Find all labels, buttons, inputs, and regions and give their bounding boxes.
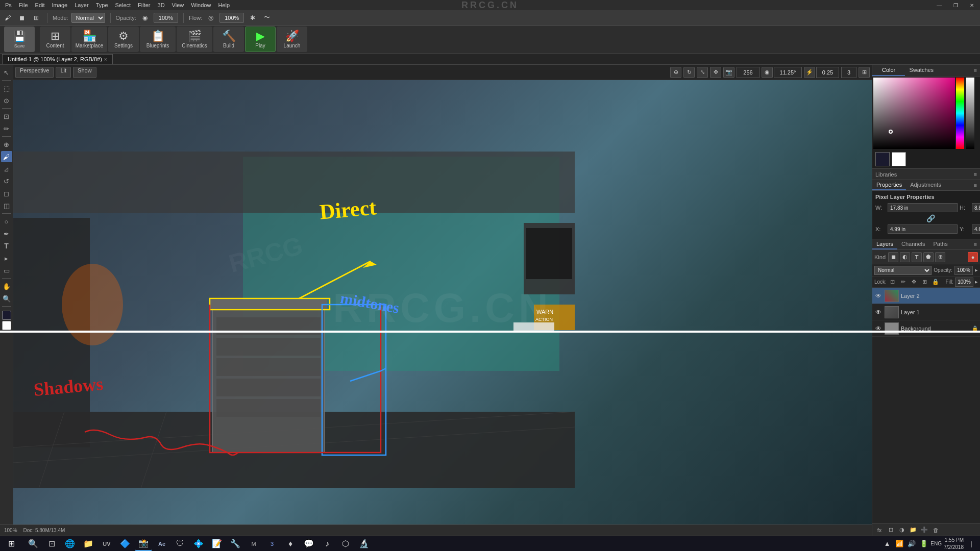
- healing-tool[interactable]: ⊕: [1, 139, 12, 150]
- menu-ps[interactable]: Ps: [2, 0, 15, 10]
- layer-item-2[interactable]: 👁 Layer 2: [872, 288, 980, 304]
- restore-button[interactable]: ❐: [947, 0, 964, 10]
- swatches-tab[interactable]: Swatches: [905, 65, 938, 76]
- text-tool[interactable]: T: [1, 240, 12, 252]
- paths-tab[interactable]: Paths: [929, 239, 952, 249]
- start-button[interactable]: ⊞: [0, 536, 22, 552]
- layer-adjust-icon[interactable]: ◑: [897, 525, 907, 535]
- taskbar-app4[interactable]: 🔧: [227, 537, 244, 551]
- layer-filter-smart[interactable]: ⊕: [935, 252, 945, 262]
- save-button[interactable]: 💾 Save: [4, 27, 35, 52]
- menu-window[interactable]: Window: [188, 0, 214, 10]
- menu-edit[interactable]: Edit: [32, 0, 48, 10]
- lasso-tool[interactable]: ⊙: [1, 95, 12, 106]
- layer-bg-visibility[interactable]: 👁: [874, 324, 883, 333]
- color-tab[interactable]: Color: [872, 65, 905, 76]
- flow-icon[interactable]: ◎: [205, 12, 216, 23]
- eraser-tool[interactable]: ◻: [1, 188, 12, 199]
- layer-new-icon[interactable]: ➕: [919, 525, 929, 535]
- taskbar-task-view[interactable]: ⊡: [43, 537, 60, 551]
- scale-icon[interactable]: ⤡: [697, 67, 708, 78]
- taskbar-clock[interactable]: 1:55 PM 7/2/2018: [944, 537, 964, 551]
- x-input[interactable]: [888, 224, 958, 234]
- clone-tool[interactable]: ⊿: [1, 163, 12, 174]
- mode-select[interactable]: Normal: [71, 13, 105, 23]
- width-input[interactable]: [888, 203, 958, 212]
- layer-effects-icon[interactable]: fx: [874, 525, 885, 535]
- adjustments-tab[interactable]: Adjustments: [906, 180, 945, 190]
- tray-volume[interactable]: 🔊: [907, 539, 916, 548]
- properties-tab[interactable]: Properties: [872, 180, 906, 190]
- lock-position-icon[interactable]: ✥: [910, 278, 919, 286]
- build-button[interactable]: 🔨 Build: [213, 27, 244, 52]
- pen-tool[interactable]: ✒: [1, 228, 12, 239]
- fov-input[interactable]: [737, 67, 760, 78]
- layer-filter-pixel[interactable]: ◼: [888, 252, 898, 262]
- play-button[interactable]: ▶ Play: [245, 27, 276, 52]
- props-menu-icon[interactable]: ≡: [971, 180, 980, 190]
- layer-filter-adjust[interactable]: ◐: [900, 252, 910, 262]
- document-tab[interactable]: Untitled-1 @ 100% (Layer 2, RGB/8#) ×: [2, 54, 113, 64]
- fill-arrow[interactable]: ▸: [975, 279, 978, 285]
- eyedropper-tool[interactable]: ✏: [1, 123, 12, 134]
- taskbar-skype[interactable]: 💬: [300, 537, 317, 551]
- hand-tool[interactable]: ✋: [1, 281, 12, 292]
- fill-input[interactable]: [955, 278, 973, 287]
- opacity-icon[interactable]: ◉: [139, 12, 151, 23]
- brush-tool-icon[interactable]: 🖌: [2, 12, 13, 23]
- speed-input[interactable]: [816, 67, 839, 78]
- blueprints-button[interactable]: 📋 Blueprints: [140, 27, 176, 52]
- menu-help[interactable]: Help: [215, 0, 233, 10]
- layer-filter-shape[interactable]: ⬟: [923, 252, 934, 262]
- taskbar-search[interactable]: 🔍: [24, 537, 42, 551]
- tray-network[interactable]: 📶: [895, 539, 904, 548]
- taskbar-app2[interactable]: 💠: [190, 537, 207, 551]
- layer-filter-type[interactable]: T: [912, 252, 922, 262]
- settings-button[interactable]: ⚙ Settings: [108, 27, 139, 52]
- options-icon[interactable]: ◼: [16, 12, 28, 23]
- layer-delete-icon[interactable]: 🗑: [930, 525, 941, 535]
- tray-battery[interactable]: 🔋: [919, 539, 928, 548]
- angle-icon[interactable]: ◉: [762, 67, 773, 78]
- libraries-menu[interactable]: ≡: [974, 171, 977, 178]
- opacity-arrow[interactable]: ▸: [975, 267, 978, 273]
- lit-button[interactable]: Lit: [56, 67, 71, 78]
- layer-1-visibility[interactable]: 👁: [874, 308, 883, 316]
- layer-item-bg[interactable]: 👁 Background 🔒: [872, 320, 980, 337]
- camera-speed-icon[interactable]: 📷: [723, 67, 734, 78]
- move-tool[interactable]: ↖: [1, 67, 12, 78]
- layers-filter-on[interactable]: ●: [968, 252, 978, 262]
- taskbar-maya[interactable]: M: [245, 537, 262, 551]
- grid-input[interactable]: [841, 67, 856, 78]
- close-button[interactable]: ✕: [964, 0, 980, 10]
- cinematics-button[interactable]: 🎬 Cinematics: [177, 27, 212, 52]
- marketplace-button[interactable]: 🏪 Marketplace: [71, 27, 107, 52]
- speed-icon[interactable]: ⚡: [804, 67, 815, 78]
- canvas-wrapper[interactable]: WARN ACTION Direct midtones Shadows RRCG…: [13, 80, 872, 536]
- background-color[interactable]: [2, 321, 11, 330]
- taskbar-uv[interactable]: UV: [98, 537, 115, 551]
- show-button[interactable]: Show: [73, 67, 96, 78]
- opacity-input[interactable]: [154, 13, 178, 23]
- show-desktop[interactable]: |: [967, 539, 976, 548]
- menu-select[interactable]: Select: [112, 0, 134, 10]
- crop-tool[interactable]: ⊡: [1, 111, 12, 122]
- tab-close-button[interactable]: ×: [104, 57, 107, 62]
- taskbar-app3[interactable]: 📝: [208, 537, 226, 551]
- channels-tab[interactable]: Channels: [897, 239, 929, 249]
- panel-menu-icon[interactable]: ≡: [971, 65, 980, 76]
- angle-input[interactable]: [774, 67, 802, 78]
- taskbar-ae[interactable]: Ae: [153, 537, 170, 551]
- layers-menu-icon[interactable]: ≡: [971, 239, 980, 249]
- viewport-layout-icon[interactable]: ⊞: [859, 67, 870, 78]
- taskbar-3ds[interactable]: 3: [263, 537, 281, 551]
- menu-type[interactable]: Type: [93, 0, 111, 10]
- brush-preset-icon[interactable]: ⊞: [31, 12, 42, 23]
- launch-button[interactable]: 🚀 Launch: [277, 27, 307, 52]
- perspective-button[interactable]: Perspective: [15, 67, 54, 78]
- smoothing-icon[interactable]: 〜: [261, 12, 273, 23]
- dodge-tool[interactable]: ○: [1, 216, 12, 227]
- tray-up-arrow[interactable]: ▲: [883, 539, 892, 548]
- layers-tab[interactable]: Layers: [872, 239, 897, 249]
- taskbar-unreal[interactable]: 🔷: [116, 537, 134, 551]
